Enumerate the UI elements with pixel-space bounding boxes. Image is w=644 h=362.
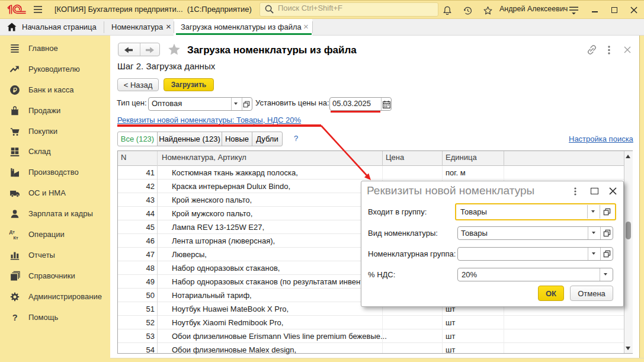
svg-text:?: ?: [12, 313, 18, 322]
svg-text:Кт: Кт: [14, 235, 19, 241]
svg-text:Дт: Дт: [9, 229, 15, 235]
